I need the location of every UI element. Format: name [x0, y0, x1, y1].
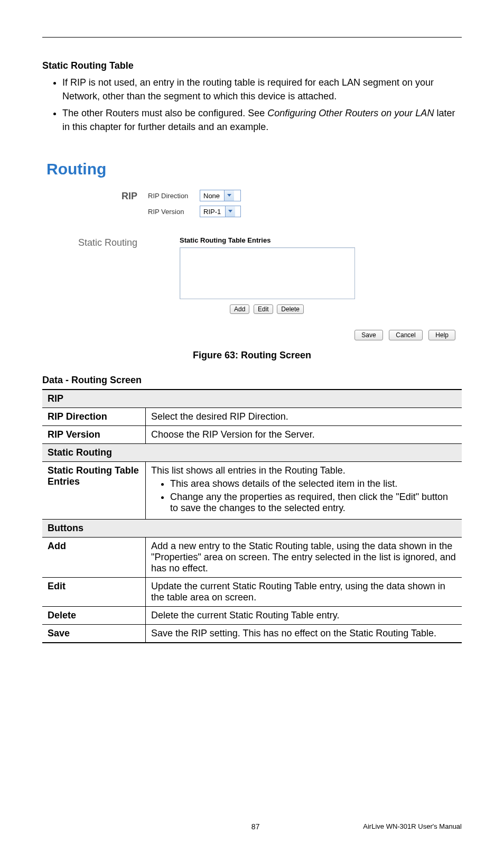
- table-row: Delete Delete the current Static Routing…: [42, 607, 462, 625]
- rip-section-label: RIP: [42, 190, 148, 202]
- rip-direction-select[interactable]: None: [200, 190, 241, 201]
- delete-button[interactable]: Delete: [277, 304, 304, 314]
- rip-section: RIP RIP Direction None RIP Version: [42, 190, 462, 221]
- add-button[interactable]: Add: [230, 304, 249, 314]
- page-footer: 87 AirLive WN-301R User's Manual: [42, 822, 462, 831]
- edit-button[interactable]: Edit: [254, 304, 273, 314]
- rip-version-label: RIP Version: [148, 208, 200, 216]
- figure-caption: Figure 63: Routing Screen: [42, 350, 462, 361]
- rip-version-select[interactable]: RIP-1: [200, 206, 241, 217]
- chevron-down-icon: [225, 206, 235, 217]
- chevron-down-icon: [224, 190, 234, 201]
- intro-heading: Static Routing Table: [42, 60, 134, 71]
- static-section-label: Static Routing: [42, 236, 148, 248]
- static-routing-section: Static Routing Static Routing Table Entr…: [42, 236, 462, 314]
- table-section-static: Static Routing: [42, 444, 462, 462]
- routing-screenshot: Routing RIP RIP Direction None: [42, 155, 462, 340]
- table-row: RIP Direction Select the desired RIP Dir…: [42, 408, 462, 426]
- static-table-heading: Static Routing Table Entries: [180, 236, 462, 244]
- footer-button-row: Save Cancel Help: [42, 330, 462, 340]
- help-button[interactable]: Help: [428, 330, 455, 340]
- page-title: Routing: [46, 160, 462, 178]
- table-row: Edit Update the current Static Routing T…: [42, 578, 462, 607]
- svg-marker-1: [228, 210, 232, 212]
- save-button[interactable]: Save: [354, 330, 382, 340]
- intro-bullets: If RIP is not used, an entry in the rout…: [42, 76, 462, 134]
- manual-title: AirLive WN-301R User's Manual: [363, 822, 462, 831]
- cancel-button[interactable]: Cancel: [389, 330, 422, 340]
- table-row: Static Routing Table Entries This list s…: [42, 462, 462, 520]
- data-table: RIP RIP Direction Select the desired RIP…: [42, 389, 462, 643]
- top-rule: [42, 37, 462, 38]
- intro-bullet-1: If RIP is not used, an entry in the rout…: [62, 76, 462, 103]
- intro-block: Static Routing Table If RIP is not used,…: [42, 59, 462, 134]
- table-row: Add Add a new entry to the Static Routin…: [42, 538, 462, 578]
- data-heading: Data - Routing Screen: [42, 375, 462, 386]
- table-section-buttons: Buttons: [42, 520, 462, 538]
- rip-direction-label: RIP Direction: [148, 192, 200, 200]
- table-section-rip: RIP: [42, 390, 462, 408]
- svg-marker-0: [227, 194, 231, 197]
- intro-bullet-2: The other Routers must also be configure…: [62, 106, 462, 134]
- table-row: RIP Version Choose the RIP Version for t…: [42, 426, 462, 444]
- page-number: 87: [148, 822, 363, 831]
- table-row: Save Save the RIP setting. This has no e…: [42, 625, 462, 643]
- static-entries-listbox[interactable]: [180, 247, 355, 299]
